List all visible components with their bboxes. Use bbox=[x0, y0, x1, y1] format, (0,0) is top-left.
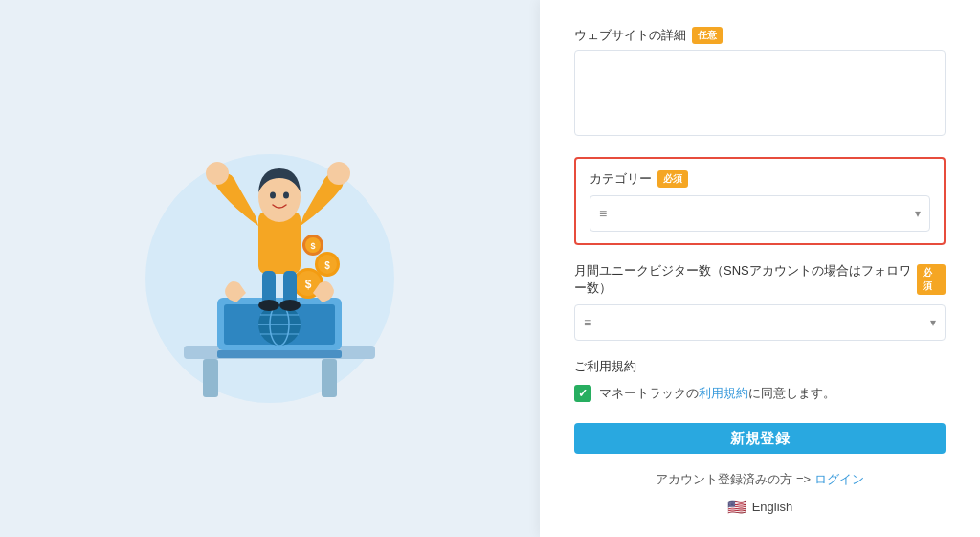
svg-point-26 bbox=[283, 191, 289, 198]
svg-text:$: $ bbox=[305, 278, 312, 291]
visitors-required-badge: 必須 bbox=[917, 264, 946, 295]
category-select[interactable] bbox=[590, 195, 930, 232]
svg-point-23 bbox=[327, 162, 350, 185]
register-button[interactable]: 新規登録 bbox=[574, 423, 946, 454]
us-flag-icon: 🇺🇸 bbox=[727, 501, 746, 514]
website-detail-textarea[interactable] bbox=[574, 50, 946, 136]
terms-section: ご利用規約 マネートラックの利用規約に同意します。 bbox=[574, 358, 946, 402]
svg-point-29 bbox=[258, 300, 279, 311]
svg-point-25 bbox=[270, 191, 276, 198]
svg-rect-2 bbox=[203, 359, 218, 397]
category-section: カテゴリー 必須 ≡ ▾ bbox=[574, 157, 946, 245]
visitors-select[interactable] bbox=[574, 304, 946, 341]
visitors-select-wrapper: ≡ ▾ bbox=[574, 304, 946, 341]
terms-row: マネートラックの利用規約に同意します。 bbox=[574, 385, 946, 402]
terms-link[interactable]: 利用規約 bbox=[699, 386, 748, 400]
optional-badge: 任意 bbox=[692, 27, 723, 44]
terms-label: ご利用規約 bbox=[574, 358, 946, 375]
terms-text: マネートラックの利用規約に同意します。 bbox=[599, 385, 835, 402]
svg-point-22 bbox=[206, 162, 229, 185]
svg-text:$: $ bbox=[324, 260, 330, 271]
category-select-wrapper: ≡ ▾ bbox=[590, 195, 930, 232]
svg-rect-11 bbox=[217, 350, 342, 358]
left-panel: $ $ $ bbox=[0, 0, 540, 537]
svg-rect-27 bbox=[262, 271, 276, 304]
language-row[interactable]: 🇺🇸 English bbox=[574, 500, 946, 514]
monthly-visitors-section: 月間ユニークビジター数（SNSアカウントの場合はフォロワー数） 必須 ≡ ▾ bbox=[574, 262, 946, 341]
language-label: English bbox=[752, 500, 793, 514]
svg-rect-28 bbox=[283, 271, 297, 304]
category-required-badge: 必須 bbox=[657, 170, 688, 188]
illustration: $ $ $ bbox=[117, 116, 423, 422]
login-row: アカウント登録済みの方 => ログイン bbox=[574, 471, 946, 488]
monthly-visitors-label: 月間ユニークビジター数（SNSアカウントの場合はフォロワー数） 必須 bbox=[574, 262, 946, 297]
login-link[interactable]: ログイン bbox=[814, 472, 864, 486]
svg-point-30 bbox=[279, 300, 301, 311]
svg-rect-3 bbox=[322, 359, 337, 397]
website-detail-section: ウェブサイトの詳細 任意 bbox=[574, 27, 946, 140]
svg-text:$: $ bbox=[310, 241, 315, 251]
terms-checkbox[interactable] bbox=[574, 385, 591, 402]
website-detail-label: ウェブサイトの詳細 任意 bbox=[574, 27, 946, 44]
right-panel: ウェブサイトの詳細 任意 カテゴリー 必須 ≡ ▾ 月間ユニークビジター数（SN… bbox=[540, 0, 980, 537]
category-label: カテゴリー 必須 bbox=[590, 170, 930, 188]
